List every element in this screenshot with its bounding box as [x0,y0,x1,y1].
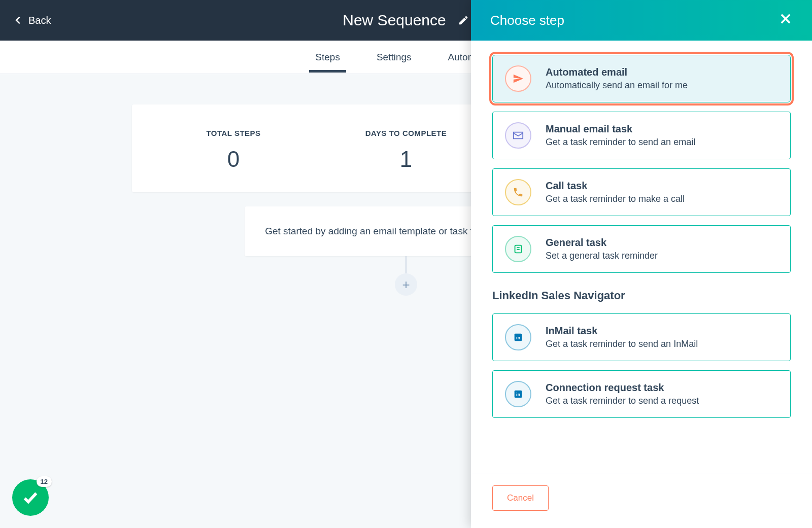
check-icon [22,489,39,506]
panel-footer: Cancel [471,474,812,528]
close-icon [779,12,793,26]
stat-label: DAYS TO COMPLETE [320,129,492,137]
step-desc: Set a general task reminder [546,251,778,261]
back-label: Back [28,15,51,26]
linkedin-section-heading: LinkedIn Sales Navigator [492,289,791,302]
sequence-title: New Sequence [343,12,446,29]
step-title: Connection request task [546,382,778,394]
chevron-left-icon [12,15,23,26]
step-title: InMail task [546,325,778,337]
linkedin-icon: in [505,381,531,407]
step-title: General task [546,237,778,249]
step-option-connection[interactable]: in Connection request task Get a task re… [492,370,791,418]
tab-settings[interactable]: Settings [377,43,412,72]
step-text: Call task Get a task reminder to make a … [546,180,778,204]
step-option-inmail[interactable]: in InMail task Get a task reminder to se… [492,313,791,361]
close-button[interactable] [779,12,793,29]
stat-value: 1 [320,147,492,172]
mail-icon [505,122,531,149]
panel-body: Automated email Automatically send an em… [471,41,812,474]
add-step-button[interactable]: + [395,273,417,296]
step-text: Connection request task Get a task remin… [546,382,778,406]
step-title: Automated email [546,66,778,78]
step-title: Manual email task [546,123,778,135]
tab-label: Settings [377,52,412,62]
fab-badge: 12 [37,476,52,487]
note-icon [505,236,531,262]
panel-header: Choose step [471,0,812,41]
stat-value: 0 [147,147,320,172]
svg-text:in: in [516,335,521,340]
step-desc: Get a task reminder to send a request [546,396,778,406]
stat-label: TOTAL STEPS [147,129,320,137]
help-fab[interactable]: 12 [12,479,49,516]
step-desc: Get a task reminder to send an email [546,137,778,148]
step-desc: Get a task reminder to send an InMail [546,339,778,349]
stat-days: DAYS TO COMPLETE 1 [320,129,492,172]
tab-label: Steps [315,52,340,62]
back-button[interactable]: Back [12,15,51,26]
step-option-general[interactable]: General task Set a general task reminder [492,225,791,273]
linkedin-icon: in [505,324,531,350]
cancel-button[interactable]: Cancel [492,485,549,511]
step-text: InMail task Get a task reminder to send … [546,325,778,349]
panel-title: Choose step [490,13,564,28]
edit-icon[interactable] [458,15,469,26]
step-desc: Automatically send an email for me [546,80,778,91]
svg-text:in: in [516,392,521,397]
step-desc: Get a task reminder to make a call [546,194,778,204]
step-title: Call task [546,180,778,192]
step-text: Automated email Automatically send an em… [546,66,778,91]
stat-total-steps: TOTAL STEPS 0 [147,129,320,172]
choose-step-panel: Choose step Automated email Automaticall… [471,0,812,528]
cancel-label: Cancel [507,493,534,503]
step-text: General task Set a general task reminder [546,237,778,261]
step-option-automated-email[interactable]: Automated email Automatically send an em… [492,55,791,102]
step-text: Manual email task Get a task reminder to… [546,123,778,148]
phone-icon [505,179,531,205]
plus-icon: + [402,277,410,293]
step-option-call[interactable]: Call task Get a task reminder to make a … [492,168,791,216]
title-area: New Sequence [343,12,469,29]
step-option-manual-email[interactable]: Manual email task Get a task reminder to… [492,112,791,159]
send-icon [505,65,531,92]
tab-steps[interactable]: Steps [315,43,340,72]
connector-line [405,256,407,273]
